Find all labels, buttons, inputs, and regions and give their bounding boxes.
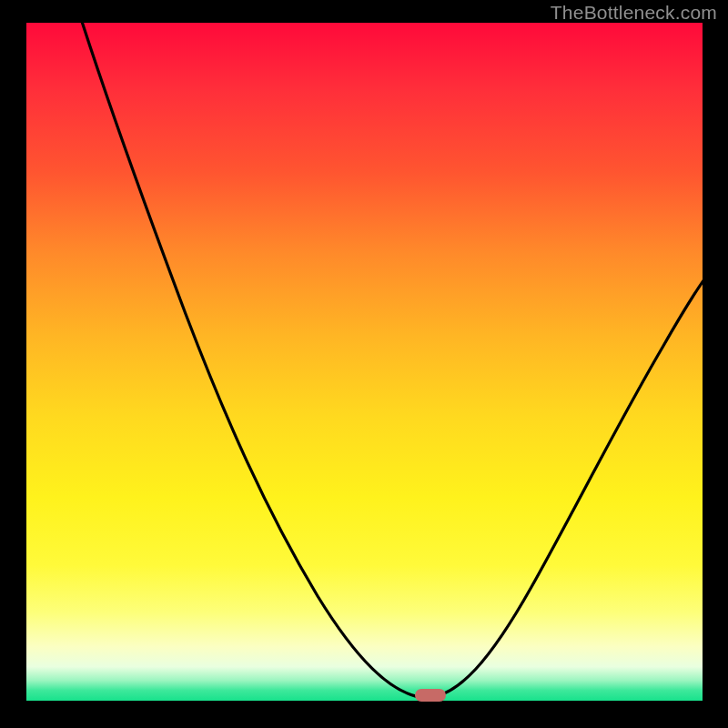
watermark-text: TheBottleneck.com — [551, 2, 717, 24]
curve-path — [76, 23, 703, 698]
plot-area — [26, 23, 703, 701]
bottleneck-curve — [26, 23, 703, 701]
optimal-point-marker — [415, 689, 446, 702]
chart-frame: TheBottleneck.com — [0, 0, 728, 728]
